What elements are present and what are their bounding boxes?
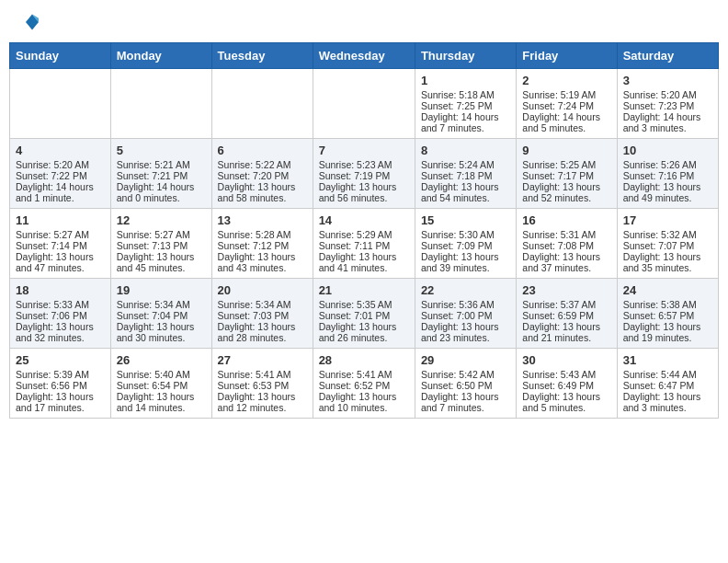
day-number: 31 [623, 353, 712, 367]
day-info: Daylight: 13 hours [319, 251, 409, 262]
day-number: 23 [522, 283, 610, 297]
day-number: 4 [16, 144, 105, 157]
day-info: Sunrise: 5:34 AM [218, 299, 307, 310]
logo-icon [13, 9, 39, 35]
day-info: and 43 minutes. [218, 262, 307, 273]
day-info: Sunrise: 5:18 AM [421, 89, 510, 100]
day-info: Sunrise: 5:19 AM [522, 89, 610, 100]
day-info: and 28 minutes. [218, 332, 307, 343]
day-info: Daylight: 13 hours [218, 251, 307, 262]
day-info: Sunrise: 5:22 AM [218, 159, 307, 170]
day-info: Daylight: 13 hours [623, 321, 712, 332]
weekday-header-row: SundayMondayTuesdayWednesdayThursdayFrid… [10, 43, 719, 69]
day-number: 8 [421, 144, 510, 157]
calendar-cell [110, 69, 211, 139]
day-number: 25 [16, 353, 105, 367]
page-header [9, 9, 719, 35]
day-info: Sunset: 7:23 PM [623, 100, 712, 111]
day-info: and 14 minutes. [117, 402, 206, 413]
day-number: 29 [421, 353, 510, 367]
day-info: Sunrise: 5:26 AM [623, 159, 712, 170]
day-info: Daylight: 13 hours [421, 251, 510, 262]
day-info: Sunrise: 5:35 AM [319, 299, 409, 310]
day-info: Sunrise: 5:20 AM [623, 89, 712, 100]
day-info: Sunset: 7:18 PM [421, 170, 510, 181]
day-info: Sunrise: 5:32 AM [623, 229, 712, 240]
day-info: and 17 minutes. [16, 402, 105, 413]
day-info: and 58 minutes. [218, 192, 307, 203]
day-info: Daylight: 14 hours [522, 111, 610, 122]
day-info: and 32 minutes. [16, 332, 105, 343]
calendar-cell: 10Sunrise: 5:26 AMSunset: 7:16 PMDayligh… [617, 139, 718, 209]
day-info: and 21 minutes. [522, 332, 610, 343]
calendar-cell: 15Sunrise: 5:30 AMSunset: 7:09 PMDayligh… [415, 209, 516, 279]
day-info: Daylight: 13 hours [16, 251, 105, 262]
day-info: Sunset: 6:56 PM [16, 380, 105, 391]
day-info: Sunrise: 5:41 AM [218, 369, 307, 380]
day-info: Sunset: 7:03 PM [218, 310, 307, 321]
day-number: 18 [16, 283, 105, 297]
day-info: Daylight: 13 hours [218, 321, 307, 332]
day-info: Sunrise: 5:38 AM [623, 299, 712, 310]
day-info: and 10 minutes. [319, 402, 409, 413]
day-info: Sunrise: 5:23 AM [319, 159, 409, 170]
day-info: and 56 minutes. [319, 192, 409, 203]
day-info: Sunrise: 5:30 AM [421, 229, 510, 240]
calendar-week-row: 18Sunrise: 5:33 AMSunset: 7:06 PMDayligh… [10, 279, 719, 349]
day-info: and 54 minutes. [421, 192, 510, 203]
day-number: 1 [421, 74, 510, 87]
day-info: and 52 minutes. [522, 192, 610, 203]
calendar-cell: 21Sunrise: 5:35 AMSunset: 7:01 PMDayligh… [313, 279, 415, 349]
calendar-table: SundayMondayTuesdayWednesdayThursdayFrid… [9, 42, 719, 419]
day-info: and 7 minutes. [421, 402, 510, 413]
day-info: and 49 minutes. [623, 192, 712, 203]
calendar-cell: 29Sunrise: 5:42 AMSunset: 6:50 PMDayligh… [415, 349, 516, 419]
day-info: Daylight: 13 hours [522, 251, 610, 262]
day-info: Daylight: 14 hours [623, 111, 712, 122]
weekday-header-monday: Monday [110, 43, 211, 69]
day-info: Daylight: 13 hours [522, 321, 610, 332]
day-info: Sunset: 7:22 PM [16, 170, 105, 181]
day-info: Sunrise: 5:28 AM [218, 229, 307, 240]
day-info: and 12 minutes. [218, 402, 307, 413]
calendar-cell: 9Sunrise: 5:25 AMSunset: 7:17 PMDaylight… [517, 139, 617, 209]
day-info: Sunrise: 5:27 AM [16, 229, 105, 240]
calendar-cell: 5Sunrise: 5:21 AMSunset: 7:21 PMDaylight… [110, 139, 211, 209]
calendar-cell: 14Sunrise: 5:29 AMSunset: 7:11 PMDayligh… [313, 209, 415, 279]
day-info: Sunrise: 5:42 AM [421, 369, 510, 380]
day-info: Sunrise: 5:27 AM [117, 229, 206, 240]
day-number: 13 [218, 213, 307, 227]
calendar-cell: 20Sunrise: 5:34 AMSunset: 7:03 PMDayligh… [211, 279, 313, 349]
day-number: 20 [218, 283, 307, 297]
day-info: Sunrise: 5:24 AM [421, 159, 510, 170]
day-info: Daylight: 13 hours [623, 391, 712, 402]
weekday-header-wednesday: Wednesday [313, 43, 415, 69]
calendar-cell: 18Sunrise: 5:33 AMSunset: 7:06 PMDayligh… [10, 279, 111, 349]
day-info: Sunset: 7:01 PM [319, 310, 409, 321]
weekday-header-tuesday: Tuesday [211, 43, 313, 69]
day-info: Sunset: 7:12 PM [218, 240, 307, 251]
calendar-cell: 31Sunrise: 5:44 AMSunset: 6:47 PMDayligh… [617, 349, 718, 419]
day-info: and 26 minutes. [319, 332, 409, 343]
day-info: Sunset: 6:49 PM [522, 380, 610, 391]
day-number: 3 [623, 74, 712, 87]
day-info: and 3 minutes. [623, 122, 712, 133]
calendar-cell [10, 69, 111, 139]
day-info: Sunset: 7:08 PM [522, 240, 610, 251]
calendar-cell: 25Sunrise: 5:39 AMSunset: 6:56 PMDayligh… [10, 349, 111, 419]
day-info: Sunrise: 5:37 AM [522, 299, 610, 310]
day-info: Daylight: 13 hours [421, 391, 510, 402]
day-number: 28 [319, 353, 409, 367]
calendar-cell: 4Sunrise: 5:20 AMSunset: 7:22 PMDaylight… [10, 139, 111, 209]
day-info: Daylight: 13 hours [623, 251, 712, 262]
calendar-cell: 8Sunrise: 5:24 AMSunset: 7:18 PMDaylight… [415, 139, 516, 209]
day-info: Daylight: 13 hours [319, 391, 409, 402]
day-number: 24 [623, 283, 712, 297]
day-info: Daylight: 14 hours [16, 181, 105, 192]
calendar-cell: 6Sunrise: 5:22 AMSunset: 7:20 PMDaylight… [211, 139, 313, 209]
day-info: Sunset: 6:57 PM [623, 310, 712, 321]
day-info: Daylight: 13 hours [16, 391, 105, 402]
day-info: Sunrise: 5:25 AM [522, 159, 610, 170]
day-info: and 35 minutes. [623, 262, 712, 273]
calendar-cell: 16Sunrise: 5:31 AMSunset: 7:08 PMDayligh… [517, 209, 617, 279]
